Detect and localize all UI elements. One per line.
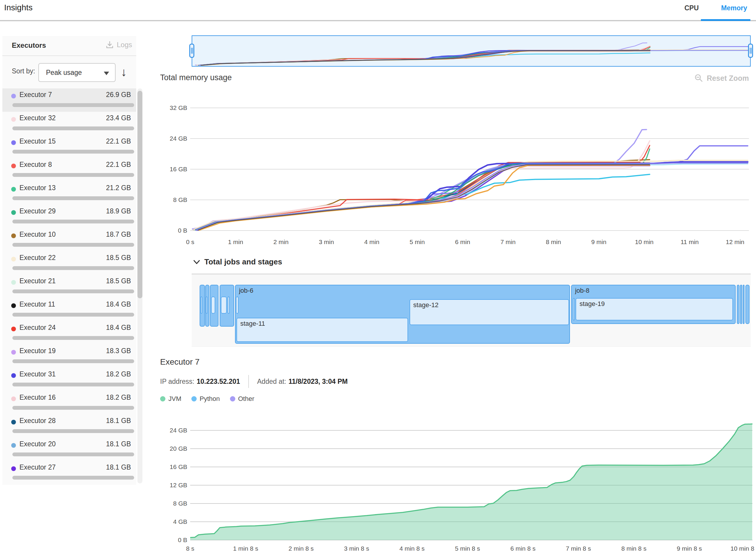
executor-list-item[interactable]: Executor 1118.4 GB bbox=[2, 298, 136, 321]
svg-text:9 min: 9 min bbox=[591, 238, 606, 245]
svg-text:1 min: 1 min bbox=[228, 238, 243, 245]
executor-name: Executor 8 bbox=[19, 161, 52, 169]
svg-text:2 min 8 s: 2 min 8 s bbox=[289, 545, 314, 552]
brush-handle-left[interactable] bbox=[189, 44, 194, 58]
reset-zoom-label: Reset Zoom bbox=[707, 74, 749, 83]
executor-name: Executor 21 bbox=[19, 277, 56, 285]
svg-text:11 min: 11 min bbox=[681, 238, 698, 245]
executor-peak-value: 18.3 GB bbox=[106, 347, 131, 355]
executor-usage-bar bbox=[12, 103, 134, 107]
executor-color-dot bbox=[11, 257, 16, 261]
executor-list-item[interactable]: Executor 2718.1 GB bbox=[2, 461, 136, 484]
executor-name: Executor 15 bbox=[19, 137, 56, 145]
svg-text:7 min 8 s: 7 min 8 s bbox=[566, 545, 591, 552]
total-memory-chart[interactable]: 32 GB24 GB16 GB8 GB0 B0 s1 min2 min3 min… bbox=[160, 94, 756, 255]
gantt-stage-bar[interactable] bbox=[201, 297, 202, 314]
executor-usage-bar bbox=[12, 196, 134, 200]
chevron-down-icon bbox=[104, 72, 109, 75]
executor-list-item[interactable]: Executor 822.1 GB bbox=[2, 158, 136, 181]
sort-row: Sort by: Peak usage ↓ bbox=[2, 56, 136, 88]
gantt-job-bar[interactable] bbox=[743, 285, 745, 324]
tab-memory-underline bbox=[701, 19, 750, 21]
executor-usage-bar bbox=[12, 173, 134, 177]
executor7-area-chart[interactable]: 24 GB20 GB16 GB12 GB8 GB4 GB0 B8 s1 min … bbox=[160, 413, 756, 553]
executor-color-dot bbox=[11, 420, 16, 424]
executor-name: Executor 29 bbox=[19, 207, 56, 215]
legend-item-python[interactable]: Python bbox=[192, 395, 220, 403]
zoom-brush[interactable] bbox=[192, 35, 751, 67]
gantt-stage-11[interactable]: stage-11 bbox=[236, 318, 408, 342]
executor-list-item[interactable]: Executor 726.9 GB bbox=[2, 88, 136, 112]
svg-text:2 min: 2 min bbox=[273, 238, 288, 245]
executor-list-item[interactable]: Executor 1018.7 GB bbox=[2, 228, 136, 251]
executor-peak-value: 18.2 GB bbox=[106, 370, 131, 378]
gantt-stage-bar[interactable] bbox=[573, 298, 575, 320]
executor-list-item[interactable]: Executor 3118.2 GB bbox=[2, 368, 136, 391]
topbar-divider bbox=[0, 20, 756, 21]
executor-list-item[interactable]: Executor 1618.2 GB bbox=[2, 391, 136, 414]
gantt-stage-bar[interactable] bbox=[228, 297, 230, 314]
gantt-job-bar[interactable] bbox=[737, 285, 739, 324]
executor-list-item[interactable]: Executor 2118.5 GB bbox=[2, 275, 136, 298]
svg-text:7 min: 7 min bbox=[500, 238, 515, 245]
executor-list-item[interactable]: Executor 2018.1 GB bbox=[2, 438, 136, 461]
svg-text:3 min 8 s: 3 min 8 s bbox=[344, 545, 369, 552]
gantt-bar-label: job-6 bbox=[239, 287, 253, 295]
executor-name: Executor 13 bbox=[19, 184, 56, 192]
logs-button[interactable]: Logs bbox=[105, 41, 132, 49]
legend-item-jvm[interactable]: JVM bbox=[160, 395, 181, 403]
executor-list-scrollbar-thumb[interactable] bbox=[137, 91, 142, 298]
executor-list-item[interactable]: Executor 2918.9 GB bbox=[2, 205, 136, 228]
memory-chart-title: Total memory usage bbox=[160, 73, 232, 82]
executor-color-dot bbox=[11, 280, 16, 285]
gantt-job-bar[interactable] bbox=[745, 285, 750, 324]
svg-text:8 s: 8 s bbox=[186, 545, 194, 552]
executor-peak-value: 22.1 GB bbox=[106, 137, 131, 145]
jobs-stages-title: Total jobs and stages bbox=[204, 257, 282, 266]
gantt-stage-bar[interactable] bbox=[211, 297, 215, 314]
gantt-stage-bar[interactable] bbox=[221, 297, 227, 314]
svg-text:8 GB: 8 GB bbox=[173, 500, 187, 507]
executor-list-item[interactable]: Executor 2218.5 GB bbox=[2, 251, 136, 275]
gantt-job-bar[interactable] bbox=[740, 285, 742, 324]
executor-list-item[interactable]: Executor 3223.4 GB bbox=[2, 112, 136, 135]
gantt-stage-bar[interactable] bbox=[206, 297, 208, 314]
gantt-stage-bar[interactable] bbox=[236, 297, 238, 314]
executor-list-item[interactable]: Executor 2418.4 GB bbox=[2, 321, 136, 344]
executors-panel: Executors Logs Sort by: Peak usage ↓ Exe… bbox=[2, 36, 136, 485]
executor-usage-bar bbox=[12, 406, 134, 410]
download-icon bbox=[105, 41, 114, 49]
executor-list-item[interactable]: Executor 2818.1 GB bbox=[2, 414, 136, 438]
svg-text:9 min 8 s: 9 min 8 s bbox=[677, 545, 702, 552]
executor-color-dot bbox=[11, 233, 16, 238]
tab-cpu[interactable]: CPU bbox=[681, 2, 702, 14]
executor-usage-bar bbox=[12, 336, 134, 340]
jobs-stages-header[interactable]: Total jobs and stages bbox=[193, 257, 282, 266]
tab-memory[interactable]: Memory bbox=[718, 2, 750, 14]
svg-text:8 GB: 8 GB bbox=[173, 196, 187, 203]
executor-list-item[interactable]: Executor 1918.3 GB bbox=[2, 344, 136, 368]
jobs-stages-gantt[interactable]: job-6job-8stage-11stage-12stage-19 bbox=[192, 273, 751, 347]
svg-text:16 GB: 16 GB bbox=[169, 463, 187, 470]
executor-color-dot bbox=[11, 140, 16, 145]
reset-zoom-button[interactable]: Reset Zoom bbox=[694, 74, 749, 83]
gantt-stage-12[interactable]: stage-12 bbox=[409, 299, 569, 325]
executor-peak-value: 18.1 GB bbox=[106, 440, 131, 448]
zoom-out-icon bbox=[694, 74, 703, 83]
legend-item-other[interactable]: Other bbox=[230, 395, 254, 403]
svg-text:24 GB: 24 GB bbox=[169, 135, 187, 142]
executor-peak-value: 22.1 GB bbox=[106, 161, 131, 169]
svg-text:32 GB: 32 GB bbox=[169, 104, 187, 111]
executor-name: Executor 28 bbox=[19, 417, 56, 425]
sort-direction-button[interactable]: ↓ bbox=[121, 63, 127, 81]
executor-name: Executor 11 bbox=[19, 300, 55, 308]
sort-select[interactable]: Peak usage bbox=[38, 63, 116, 82]
svg-text:0 B: 0 B bbox=[178, 227, 187, 234]
executor-usage-bar bbox=[12, 220, 134, 223]
executor-list-item[interactable]: Executor 1522.1 GB bbox=[2, 135, 136, 158]
gantt-stage-19[interactable]: stage-19 bbox=[576, 298, 733, 320]
executor-list-item[interactable]: Executor 1321.2 GB bbox=[2, 181, 136, 205]
executor-usage-bar bbox=[12, 127, 134, 130]
executor-color-dot bbox=[11, 396, 16, 401]
brush-handle-right[interactable] bbox=[748, 44, 753, 58]
